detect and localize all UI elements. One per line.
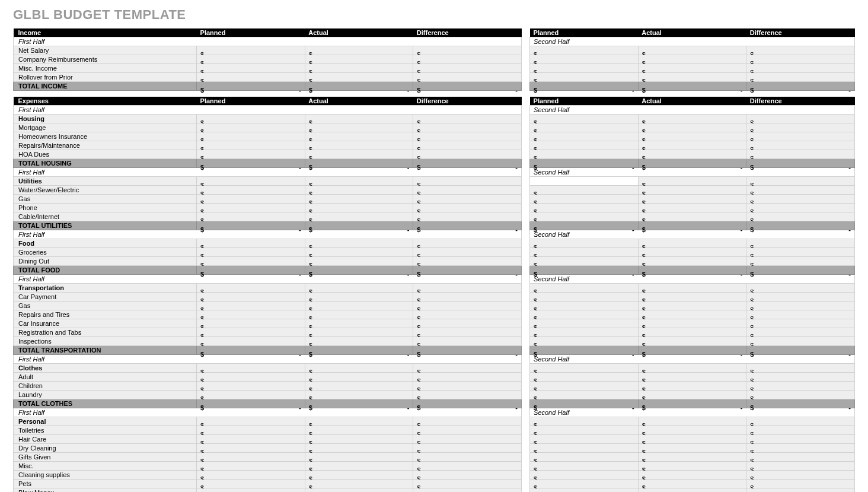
amount-cell[interactable]: $-	[413, 64, 522, 73]
amount-cell[interactable]: $-	[413, 203, 522, 212]
amount-cell[interactable]: $-	[197, 488, 305, 492]
amount-cell[interactable]: $-	[197, 434, 305, 443]
amount-cell[interactable]: $-	[305, 434, 413, 443]
amount-cell[interactable]: $-	[746, 73, 855, 82]
amount-cell[interactable]: $-	[197, 239, 305, 247]
amount-cell[interactable]: $-	[413, 461, 522, 470]
amount-cell[interactable]: $-	[638, 194, 746, 203]
amount-cell[interactable]: $-	[305, 319, 413, 328]
amount-cell[interactable]: $-	[638, 390, 746, 399]
amount-cell[interactable]: $-	[197, 176, 305, 185]
amount-cell[interactable]: $-	[197, 479, 305, 488]
amount-cell[interactable]: $-	[305, 301, 413, 310]
amount-cell[interactable]: $-	[413, 265, 522, 274]
amount-cell[interactable]: $-	[305, 46, 413, 55]
amount-cell[interactable]: $-	[530, 55, 639, 64]
amount-cell[interactable]: $-	[197, 372, 305, 381]
amount-cell[interactable]: $-	[746, 470, 855, 479]
amount-cell[interactable]: $-	[197, 417, 305, 426]
amount-cell[interactable]: $-	[197, 337, 305, 345]
amount-cell[interactable]: $-	[530, 310, 639, 319]
amount-cell[interactable]: $-	[305, 443, 413, 452]
amount-cell[interactable]: $-	[530, 443, 639, 452]
amount-cell[interactable]: $-	[638, 158, 746, 167]
amount-cell[interactable]: $-	[638, 55, 746, 64]
amount-cell[interactable]: $-	[530, 150, 639, 158]
amount-cell[interactable]: $-	[746, 221, 855, 230]
amount-cell[interactable]: $-	[305, 82, 413, 91]
amount-cell[interactable]: $-	[413, 141, 522, 150]
amount-cell[interactable]: $-	[413, 390, 522, 399]
amount-cell[interactable]: $-	[413, 73, 522, 82]
amount-cell[interactable]: $-	[530, 158, 639, 167]
amount-cell[interactable]: $-	[530, 203, 639, 212]
amount-cell[interactable]: $-	[305, 372, 413, 381]
amount-cell[interactable]: $-	[197, 345, 305, 354]
amount-cell[interactable]: $-	[305, 337, 413, 345]
amount-cell[interactable]: $-	[638, 256, 746, 265]
amount-cell[interactable]: $-	[746, 337, 855, 345]
amount-cell[interactable]: $-	[530, 123, 639, 132]
amount-cell[interactable]: $-	[530, 212, 639, 221]
amount-cell[interactable]: $-	[197, 73, 305, 82]
amount-cell[interactable]: $-	[197, 55, 305, 64]
amount-cell[interactable]: $-	[638, 434, 746, 443]
amount-cell[interactable]: $-	[746, 212, 855, 221]
amount-cell[interactable]: $-	[305, 132, 413, 141]
amount-cell[interactable]: $-	[305, 452, 413, 461]
amount-cell[interactable]: $-	[638, 488, 746, 492]
amount-cell[interactable]: $-	[305, 185, 413, 194]
amount-cell[interactable]: $-	[746, 319, 855, 328]
amount-cell[interactable]: $-	[746, 256, 855, 265]
amount-cell[interactable]: $-	[413, 417, 522, 426]
amount-cell[interactable]: $-	[638, 283, 746, 292]
amount-cell[interactable]: $-	[305, 73, 413, 82]
amount-cell[interactable]: $-	[530, 301, 639, 310]
amount-cell[interactable]: $-	[197, 82, 305, 91]
amount-cell[interactable]: $-	[746, 239, 855, 247]
amount-cell[interactable]: $-	[413, 310, 522, 319]
amount-cell[interactable]: $-	[305, 470, 413, 479]
amount-cell[interactable]: $-	[305, 461, 413, 470]
amount-cell[interactable]: $-	[197, 443, 305, 452]
amount-cell[interactable]: $-	[413, 247, 522, 256]
amount-cell[interactable]: $-	[197, 328, 305, 337]
amount-cell[interactable]: $-	[197, 426, 305, 434]
amount-cell[interactable]: $-	[197, 221, 305, 230]
amount-cell[interactable]: $-	[746, 301, 855, 310]
amount-cell[interactable]: $-	[638, 292, 746, 301]
amount-cell[interactable]: $-	[305, 310, 413, 319]
amount-cell[interactable]: $-	[530, 452, 639, 461]
amount-cell[interactable]: $-	[413, 239, 522, 247]
amount-cell[interactable]: $-	[746, 426, 855, 434]
amount-cell[interactable]: $-	[746, 363, 855, 372]
amount-cell[interactable]: $-	[197, 390, 305, 399]
amount-cell[interactable]: $-	[746, 176, 855, 185]
amount-cell[interactable]: $-	[638, 247, 746, 256]
amount-cell[interactable]: $-	[530, 319, 639, 328]
amount-cell[interactable]: $-	[746, 434, 855, 443]
amount-cell[interactable]: $-	[197, 123, 305, 132]
amount-cell[interactable]: $-	[413, 337, 522, 345]
amount-cell[interactable]: $-	[746, 479, 855, 488]
amount-cell[interactable]: $-	[413, 221, 522, 230]
amount-cell[interactable]: $-	[530, 479, 639, 488]
amount-cell[interactable]: $-	[413, 434, 522, 443]
amount-cell[interactable]: $-	[530, 239, 639, 247]
amount-cell[interactable]: $-	[638, 212, 746, 221]
amount-cell[interactable]: $-	[638, 82, 746, 91]
amount-cell[interactable]: $-	[413, 46, 522, 55]
amount-cell[interactable]: $-	[530, 82, 639, 91]
amount-cell[interactable]: $-	[413, 283, 522, 292]
amount-cell[interactable]: $-	[197, 265, 305, 274]
amount-cell[interactable]: $-	[305, 247, 413, 256]
amount-cell[interactable]: $-	[638, 64, 746, 73]
amount-cell[interactable]: $-	[305, 194, 413, 203]
amount-cell[interactable]	[530, 176, 639, 185]
amount-cell[interactable]: $-	[305, 292, 413, 301]
amount-cell[interactable]: $-	[746, 452, 855, 461]
amount-cell[interactable]: $-	[638, 132, 746, 141]
amount-cell[interactable]: $-	[305, 239, 413, 247]
amount-cell[interactable]: $-	[530, 114, 639, 123]
amount-cell[interactable]: $-	[530, 73, 639, 82]
